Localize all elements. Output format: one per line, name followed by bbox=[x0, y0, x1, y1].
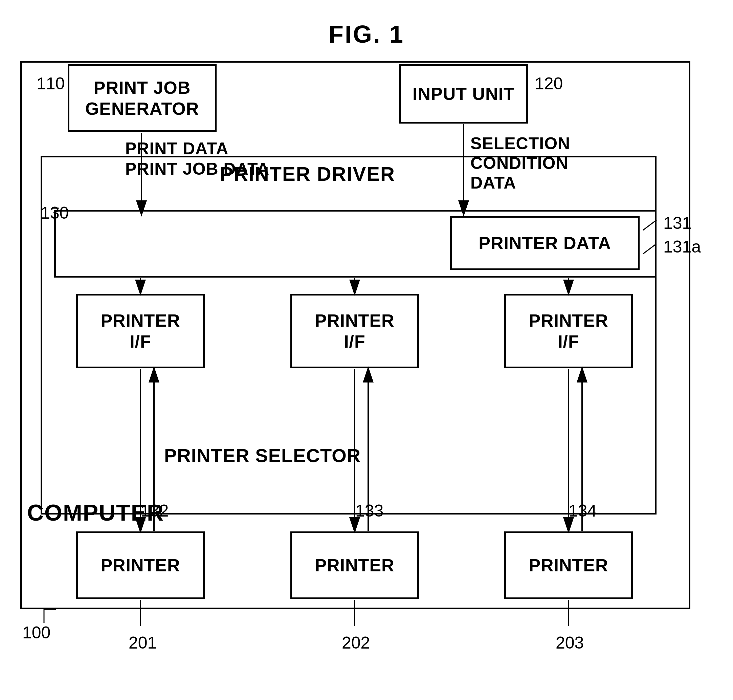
printer-data-label: PRINTER DATA bbox=[479, 233, 611, 253]
printer-1-label: PRINTER bbox=[100, 555, 180, 576]
input-unit-label: INPUT UNIT bbox=[413, 83, 515, 104]
ref-100: 100 bbox=[22, 623, 50, 643]
ref-131: 131 bbox=[663, 213, 691, 233]
ref-120: 120 bbox=[535, 74, 563, 93]
selection-condition-data-label: SELECTIONCONDITIONDATA bbox=[470, 134, 570, 193]
ref-130: 130 bbox=[41, 203, 69, 223]
ref-203: 203 bbox=[556, 633, 584, 653]
printer-2-label: PRINTER bbox=[315, 555, 394, 576]
ref-201: 201 bbox=[129, 633, 157, 653]
printer-data-box: PRINTER DATA bbox=[450, 216, 640, 270]
printer-if-3-label: PRINTERI/F bbox=[529, 310, 608, 352]
ref-202: 202 bbox=[342, 633, 370, 653]
ref-131a: 131a bbox=[663, 237, 701, 257]
printer-if-1-box: PRINTERI/F bbox=[76, 294, 205, 368]
printer-3-label: PRINTER bbox=[529, 555, 608, 576]
printer-if-3-box: PRINTERI/F bbox=[504, 294, 633, 368]
printer-if-2-label: PRINTERI/F bbox=[315, 310, 394, 352]
input-unit-box: INPUT UNIT bbox=[399, 64, 528, 124]
printer-if-1-label: PRINTERI/F bbox=[100, 310, 180, 352]
ref-132: 132 bbox=[140, 501, 169, 521]
figure-title: FIG. 1 bbox=[0, 0, 733, 48]
print-job-generator-label: PRINT JOBGENERATOR bbox=[85, 77, 199, 119]
printer-1-box: PRINTER bbox=[76, 531, 205, 599]
ref-133: 133 bbox=[355, 501, 383, 521]
printer-2-box: PRINTER bbox=[290, 531, 419, 599]
printer-driver-label: PRINTER DRIVER bbox=[220, 162, 395, 185]
printer-if-2-box: PRINTERI/F bbox=[290, 294, 419, 368]
ref-110: 110 bbox=[37, 74, 65, 93]
printer-selector-label: PRINTER SELECTOR bbox=[164, 444, 361, 466]
ref-134: 134 bbox=[568, 501, 596, 521]
printer-3-box: PRINTER bbox=[504, 531, 633, 599]
print-job-generator-box: PRINT JOBGENERATOR bbox=[68, 64, 217, 132]
print-data-label: PRINT DATA bbox=[125, 139, 228, 159]
page: FIG. 1 COMPUTER PRINT JOBGENERATOR INPUT… bbox=[0, 0, 733, 700]
